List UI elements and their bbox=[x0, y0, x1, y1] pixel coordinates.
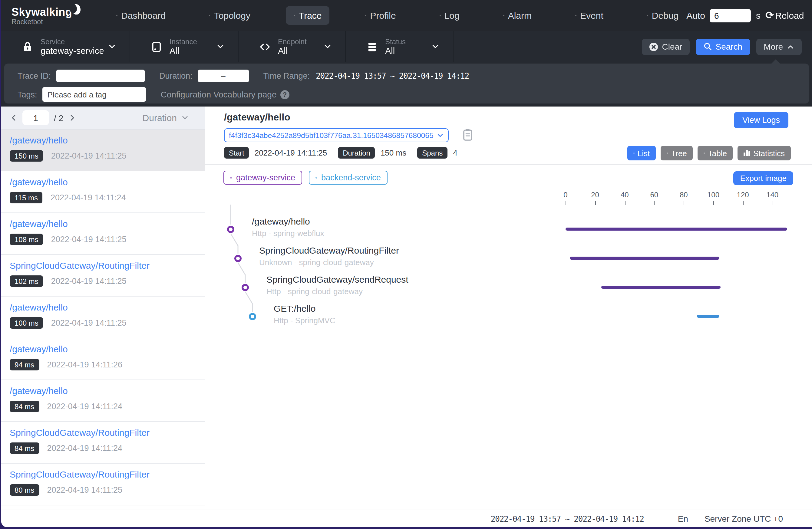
span-duration-bar[interactable] bbox=[566, 227, 787, 231]
export-image-button[interactable]: Export image bbox=[734, 171, 793, 185]
span-duration-bar[interactable] bbox=[570, 256, 719, 260]
language-switch[interactable]: En bbox=[678, 514, 688, 524]
trace-list-item[interactable]: /gateway/hello150 ms2022-04-19 14:11:25 bbox=[1, 130, 205, 171]
nav-item-event[interactable]: Event bbox=[567, 6, 611, 25]
chevron-down-icon bbox=[181, 114, 189, 122]
trace-duration-badge: 102 ms bbox=[10, 275, 43, 287]
filter-instance-dropdown[interactable]: InstanceAll bbox=[130, 31, 238, 62]
mode-list-button[interactable]: List bbox=[627, 146, 656, 160]
service-lock-icon bbox=[21, 40, 34, 53]
vocabulary-link[interactable]: Configuration Vocabulary page ? bbox=[161, 90, 289, 99]
trace-item-title[interactable]: SpringCloudGateway/RoutingFilter bbox=[10, 427, 196, 438]
axis-tick-label: 60 bbox=[643, 191, 665, 199]
app-window: Skywalking Rocketbot DashboardTopologyTr… bbox=[1, 0, 812, 527]
span-name[interactable]: /gateway/hello bbox=[252, 216, 310, 226]
nav-items: DashboardTopologyTraceProfileLogAlarmEve… bbox=[108, 6, 686, 25]
trace-list-item[interactable]: /gateway/hello94 ms2022-04-19 14:11:26 bbox=[1, 338, 205, 380]
legend-dot-icon bbox=[230, 177, 232, 179]
span-rows: /gateway/helloHttp - spring-webfluxSprin… bbox=[205, 215, 812, 331]
span-row: /gateway/helloHttp - spring-webflux bbox=[205, 215, 812, 244]
reload-button[interactable]: ⟳ Reload bbox=[765, 10, 804, 20]
nav-item-dashboard[interactable]: Dashboard bbox=[108, 6, 173, 25]
more-button[interactable]: More bbox=[756, 39, 802, 55]
trace-title: /gateway/hello bbox=[224, 112, 290, 123]
trace-meta: Start 2022-04-19 14:11:25 Duration 150 m… bbox=[224, 147, 458, 159]
bar-chart-icon bbox=[744, 150, 750, 156]
view-logs-button[interactable]: View Logs bbox=[734, 112, 788, 128]
filter-status-dropdown[interactable]: StatusAll bbox=[346, 31, 453, 62]
span-node[interactable] bbox=[234, 255, 242, 262]
trace-id-input[interactable] bbox=[56, 69, 145, 82]
nav-item-alarm[interactable]: Alarm bbox=[495, 6, 539, 25]
duration-value: 150 ms bbox=[380, 148, 406, 157]
nav-item-log[interactable]: Log bbox=[432, 6, 467, 25]
span-component: Http - spring-cloud-gateway bbox=[266, 287, 363, 296]
trace-item-title[interactable]: SpringCloudGateway/RoutingFilter bbox=[10, 260, 196, 270]
nav-item-topology[interactable]: Topology bbox=[201, 6, 258, 25]
auto-interval-input[interactable] bbox=[710, 9, 751, 22]
filter-service-dropdown[interactable]: Servicegateway-service bbox=[1, 31, 130, 62]
span-duration-bar[interactable] bbox=[601, 286, 721, 289]
trace-list-item[interactable]: /gateway/hello115 ms2022-04-19 14:11:24 bbox=[1, 171, 205, 213]
duration-input[interactable] bbox=[198, 69, 249, 82]
nav-item-trace[interactable]: Trace bbox=[286, 6, 330, 25]
mode-table-button[interactable]: Table bbox=[698, 146, 733, 160]
span-row: GET:/helloHttp - SpringMVC bbox=[205, 302, 812, 331]
trace-item-title[interactable]: /gateway/hello bbox=[10, 302, 196, 312]
legend-chip-backend-service[interactable]: backend-service bbox=[308, 171, 388, 185]
prev-page-icon[interactable] bbox=[10, 114, 17, 122]
trace-list-item[interactable]: SpringCloudGateway/RoutingFilter78 ms202… bbox=[1, 505, 205, 510]
axis-tick-label: 100 bbox=[702, 191, 724, 199]
content-area: / 2 Duration /gateway/hello150 ms2022-04… bbox=[1, 106, 812, 510]
clear-button[interactable]: Clear bbox=[642, 39, 690, 55]
trace-item-title[interactable]: /gateway/hello bbox=[10, 135, 196, 145]
search-button[interactable]: Search bbox=[695, 39, 750, 55]
trace-item-title[interactable]: /gateway/hello bbox=[10, 344, 196, 354]
trace-item-title[interactable]: /gateway/hello bbox=[10, 219, 196, 229]
filter-label: Endpoint bbox=[278, 37, 323, 46]
clear-circle-x-icon bbox=[649, 42, 658, 51]
mode-tree-button[interactable]: Tree bbox=[661, 146, 693, 160]
mode-statistics-button[interactable]: Statistics bbox=[738, 146, 791, 160]
trace-list-item[interactable]: SpringCloudGateway/RoutingFilter80 ms202… bbox=[1, 464, 205, 505]
footer-time-range[interactable]: 2022-04-19 13:57 ~ 2022-04-19 14:12 bbox=[491, 514, 644, 523]
trace-list-item[interactable]: /gateway/hello108 ms2022-04-19 14:11:25 bbox=[1, 213, 205, 255]
next-page-icon[interactable] bbox=[68, 114, 76, 122]
trace-item-title[interactable]: /gateway/hello bbox=[10, 177, 196, 187]
view-mode-buttons: ListTreeTableStatistics bbox=[627, 146, 791, 160]
status-layers-icon bbox=[366, 40, 378, 53]
span-node[interactable] bbox=[242, 284, 249, 291]
filter-endpoint-dropdown[interactable]: EndpointAll bbox=[238, 31, 346, 62]
span-name[interactable]: SpringCloudGateway/RoutingFilter bbox=[259, 245, 399, 255]
trace-list-item[interactable]: SpringCloudGateway/RoutingFilter102 ms20… bbox=[1, 255, 205, 297]
trace-list-item[interactable]: /gateway/hello100 ms2022-04-19 14:11:25 bbox=[1, 297, 205, 338]
tags-input[interactable] bbox=[43, 87, 146, 102]
logo: Skywalking Rocketbot bbox=[12, 6, 81, 25]
sort-dropdown[interactable]: Duration bbox=[143, 113, 189, 123]
axis-tick-mark bbox=[595, 201, 596, 205]
nav-right: Auto s ⟳ Reload bbox=[686, 9, 804, 22]
span-node[interactable] bbox=[227, 226, 234, 233]
skywalking-app: Skywalking Rocketbot DashboardTopologyTr… bbox=[0, 0, 812, 529]
span-name[interactable]: GET:/hello bbox=[274, 303, 316, 313]
legend-chip-gateway-service[interactable]: gateway-service bbox=[223, 171, 302, 185]
help-question-icon[interactable]: ? bbox=[280, 90, 289, 99]
trace-id-select[interactable]: f4f3f3c34abe4252a89d5bf103f776aa.31.1650… bbox=[224, 128, 449, 142]
nav-item-profile[interactable]: Profile bbox=[358, 6, 404, 25]
trace-duration-badge: 80 ms bbox=[10, 484, 39, 496]
page-number-input[interactable] bbox=[23, 110, 49, 125]
span-row: SpringCloudGateway/sendRequestHttp - spr… bbox=[205, 273, 812, 302]
span-node[interactable] bbox=[249, 313, 256, 320]
time-range-value[interactable]: 2022-04-19 13:57 ~ 2022-04-19 14:12 bbox=[316, 71, 469, 80]
trace-item-title[interactable]: /gateway/hello bbox=[10, 385, 196, 396]
span-row: SpringCloudGateway/RoutingFilterUnknown … bbox=[205, 244, 812, 273]
span-duration-bar[interactable] bbox=[697, 315, 719, 318]
nav-dot-icon bbox=[503, 15, 504, 16]
copy-clipboard-icon[interactable] bbox=[463, 128, 473, 141]
server-zone[interactable]: Server Zone UTC +0 bbox=[705, 514, 783, 524]
span-name[interactable]: SpringCloudGateway/sendRequest bbox=[266, 274, 408, 284]
trace-list-item[interactable]: /gateway/hello84 ms2022-04-19 14:11:24 bbox=[1, 380, 205, 422]
trace-item-title[interactable]: SpringCloudGateway/RoutingFilter bbox=[10, 469, 196, 479]
nav-item-debug[interactable]: Debug bbox=[639, 6, 686, 25]
trace-list-item[interactable]: SpringCloudGateway/RoutingFilter84 ms202… bbox=[1, 422, 205, 464]
